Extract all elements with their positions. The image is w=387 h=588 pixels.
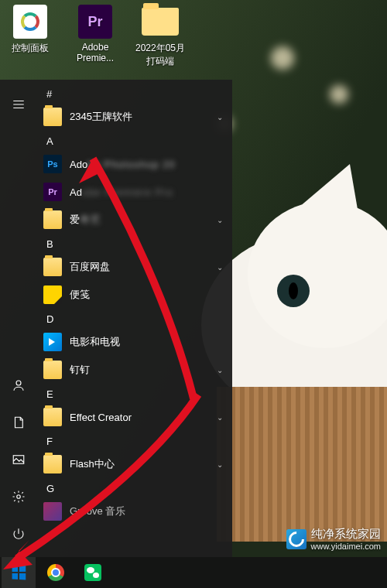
taskbar-wechat[interactable] [76, 557, 110, 588]
desktop-icon-adobe-premiere[interactable]: Pr Adobe Premie... [68, 5, 122, 68]
groove-icon [43, 502, 62, 521]
app-label: Flash中心 [70, 457, 115, 471]
chevron-down-icon: ⌄ [217, 460, 223, 469]
app-label: 百度网盘 [70, 260, 110, 274]
app-dingding[interactable]: 钉钉 ⌄ [37, 356, 232, 384]
power-icon [12, 527, 26, 541]
user-icon [12, 378, 26, 392]
hamburger-icon [12, 97, 26, 111]
app-adobe-photoshop[interactable]: Ps Adobe Photoshop 20 [37, 150, 232, 178]
svg-point-2 [17, 495, 21, 499]
chrome-icon [47, 564, 64, 581]
section-letter-b[interactable]: B [37, 234, 232, 253]
desktop-icon-control-panel[interactable]: 控制面板 [3, 5, 57, 68]
wechat-icon [84, 564, 101, 581]
app-sticky-notes[interactable]: 便笺 [37, 281, 232, 309]
settings-button[interactable] [3, 481, 34, 512]
folder-icon [43, 455, 62, 473]
app-label: Groove 音乐 [70, 504, 125, 518]
section-letter-a[interactable]: A [37, 131, 232, 150]
user-button[interactable] [3, 370, 34, 401]
folder-icon [43, 210, 62, 229]
taskbar [0, 557, 387, 588]
chevron-down-icon: ⌄ [217, 413, 223, 422]
gear-icon [12, 490, 26, 504]
windows-icon [12, 566, 26, 580]
app-2345[interactable]: 2345王牌软件 ⌄ [37, 103, 232, 131]
chevron-down-icon: ⌄ [217, 263, 223, 272]
folder-icon [43, 361, 62, 379]
start-button[interactable] [2, 557, 36, 588]
start-menu-rail [0, 80, 37, 557]
app-label: 爱奇艺 [70, 213, 101, 227]
section-letter-e[interactable]: E [37, 384, 232, 403]
taskbar-chrome[interactable] [39, 557, 73, 588]
watermark-title: 纯净系统家园 [311, 527, 381, 542]
pictures-icon [12, 453, 26, 467]
control-panel-icon [13, 5, 47, 39]
folder-icon [43, 258, 62, 276]
desktop-icon-label: 2022年05月打码端 [133, 42, 187, 68]
watermark-logo-icon [286, 529, 307, 549]
document-icon [12, 415, 26, 429]
movies-icon [43, 333, 62, 351]
app-list[interactable]: # 2345王牌软件 ⌄ A Ps Adobe Photoshop 20 Pr … [37, 80, 232, 557]
sticky-note-icon [43, 285, 62, 304]
app-ai-folder[interactable]: 爱奇艺 ⌄ [37, 206, 232, 234]
premiere-icon: Pr [78, 5, 112, 39]
chevron-down-icon: ⌄ [217, 216, 223, 224]
hamburger-button[interactable] [3, 89, 34, 120]
app-movies-tv[interactable]: 电影和电视 [37, 328, 232, 356]
section-letter-f[interactable]: F [37, 431, 232, 450]
start-menu: # 2345王牌软件 ⌄ A Ps Adobe Photoshop 20 Pr … [0, 80, 232, 557]
desktop-icon-folder[interactable]: 2022年05月打码端 [133, 5, 187, 68]
premiere-icon: Pr [43, 183, 62, 201]
pictures-button[interactable] [3, 444, 34, 475]
app-label: 钉钉 [70, 363, 90, 377]
desktop-icon-label: 控制面板 [3, 42, 57, 55]
documents-button[interactable] [3, 407, 34, 438]
app-groove-music[interactable]: Groove 音乐 [37, 497, 232, 525]
folder-icon [142, 8, 179, 36]
svg-point-0 [16, 381, 21, 385]
section-letter-g[interactable]: G [37, 478, 232, 497]
watermark: 纯净系统家园 www.yidaimei.com [286, 527, 381, 551]
app-label: 便笺 [70, 288, 90, 302]
app-label: Adobe Premiere Pro [70, 186, 173, 198]
chevron-down-icon: ⌄ [217, 113, 223, 121]
power-button[interactable] [3, 518, 34, 549]
section-letter-d[interactable]: D [37, 309, 232, 328]
photoshop-icon: Ps [43, 155, 62, 173]
app-label: Adobe Photoshop 20 [70, 159, 175, 170]
app-label: 2345王牌软件 [70, 110, 132, 124]
app-baidu-netdisk[interactable]: 百度网盘 ⌄ [37, 253, 232, 281]
app-label: 电影和电视 [70, 335, 120, 349]
folder-icon [43, 408, 62, 426]
folder-icon [43, 108, 62, 126]
app-label: Effect Creator [70, 412, 132, 423]
section-header[interactable]: # [37, 84, 232, 103]
chevron-down-icon: ⌄ [217, 366, 223, 374]
desktop-icon-label: Adobe Premie... [68, 42, 122, 63]
app-flash-center[interactable]: Flash中心 ⌄ [37, 450, 232, 478]
watermark-url: www.yidaimei.com [311, 542, 381, 551]
app-adobe-premiere[interactable]: Pr Adobe Premiere Pro [37, 178, 232, 206]
app-effect-creator[interactable]: Effect Creator ⌄ [37, 403, 232, 431]
